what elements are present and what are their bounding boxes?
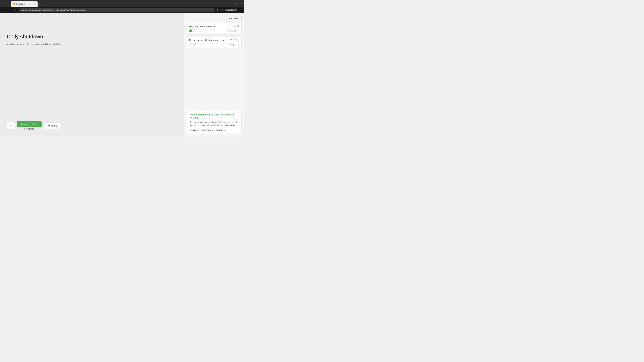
- page-title: Daily shutdown: [7, 33, 177, 40]
- task-2-footer: ✓ ● # # general: [189, 43, 239, 46]
- menu-icon[interactable]: ⋮: [239, 8, 242, 12]
- main-layout: Daily shutdown You did awesome, this is …: [0, 13, 244, 137]
- wrap-up-button[interactable]: Wrap up: [44, 122, 61, 129]
- split-view-icon[interactable]: ▭: [220, 8, 223, 11]
- close-window-icon[interactable]: ✕: [240, 2, 242, 5]
- task-card-2-header: Recent weekly objectives, insert here: 0…: [189, 39, 239, 42]
- browser-tab-bar: ← → Sunsama × + – □ ✕: [0, 0, 244, 7]
- dismiss-button[interactable]: DISMISS: [216, 129, 224, 132]
- task-icons: ✓ ●: [189, 29, 196, 32]
- task-card: Daily Shutdown- Scheduled --:-- / 0:05 ✓…: [187, 23, 242, 34]
- promo-title: Reduce distractions in Slack / Teams whe…: [190, 113, 239, 119]
- refresh-button[interactable]: ↻: [14, 8, 18, 12]
- active-tab[interactable]: Sunsama ×: [11, 1, 38, 7]
- minimize-icon[interactable]: –: [235, 2, 236, 5]
- nav-back-icon[interactable]: ←: [3, 4, 7, 7]
- tab-favicon: [13, 3, 15, 5]
- forward-button[interactable]: →: [8, 8, 12, 12]
- posted-button-group: Posted to Slack in # general: [17, 121, 42, 130]
- back-button[interactable]: ←: [2, 8, 6, 12]
- main-content: Daily shutdown You did awesome, this is …: [7, 20, 177, 45]
- via-teams-button[interactable]: VIA TEAMS: [201, 129, 213, 132]
- back-button[interactable]: ←: [7, 122, 15, 129]
- check-complete-icon: ✓: [189, 29, 192, 32]
- url-input[interactable]: [19, 8, 215, 12]
- new-tab-button[interactable]: +: [38, 2, 42, 7]
- tab-bar: ← → Sunsama × +: [3, 0, 233, 7]
- address-bar: ← → ↻ ★ ▭ Incognito (2) ⋮: [0, 7, 244, 13]
- promo-actions: ENABLE VIA TEAMS DISMISS: [190, 129, 239, 132]
- posted-sub-label: in # general: [24, 128, 34, 130]
- nav-forward-icon[interactable]: →: [7, 4, 11, 7]
- spacer: [187, 50, 242, 109]
- posted-to-slack-button[interactable]: Posted to Slack: [17, 121, 42, 127]
- task-2-title: Recent weekly objectives, insert here:: [189, 39, 226, 42]
- page-description: You did awesome, this is a scheduled dai…: [7, 43, 177, 45]
- right-panel: ✕ CLOSE Daily Shutdown- Scheduled --:-- …: [184, 13, 244, 137]
- bookmark-icon[interactable]: ★: [216, 8, 219, 11]
- timer-icon: ●: [193, 29, 196, 32]
- task-footer: ✓ ● # # Sunsam...: [189, 29, 239, 32]
- task-title: Daily Shutdown- Scheduled: [189, 25, 216, 28]
- promo-card: Reduce distractions in Slack / Teams whe…: [187, 111, 242, 134]
- close-button[interactable]: ✕ CLOSE: [226, 16, 242, 21]
- maximize-icon[interactable]: □: [238, 2, 239, 5]
- timer-icon-2: ●: [193, 43, 196, 46]
- promo-description: Sunsama can automatically update your st…: [190, 121, 239, 127]
- task-time: --:-- / 0:05: [231, 25, 239, 27]
- tab-title: Sunsama: [16, 3, 25, 5]
- task-2-time: 0:10 / 0:20: [230, 39, 239, 41]
- task-2-icons: ✓ ●: [189, 43, 196, 46]
- task-2-tag: # # general: [230, 43, 239, 45]
- content-area: Daily shutdown You did awesome, this is …: [0, 13, 184, 137]
- tab-close-button[interactable]: ×: [34, 3, 36, 5]
- enable-button[interactable]: ENABLE: [190, 129, 198, 132]
- task-card-header: Daily Shutdown- Scheduled --:-- / 0:05: [189, 25, 239, 28]
- check-outline-icon: ✓: [189, 43, 192, 46]
- action-buttons: ← Posted to Slack in # general Wrap up: [7, 121, 177, 132]
- task-tag: # # Sunsam...: [228, 30, 239, 32]
- task-card-2: Recent weekly objectives, insert here: 0…: [187, 36, 242, 48]
- incognito-badge: Incognito (2): [224, 9, 238, 11]
